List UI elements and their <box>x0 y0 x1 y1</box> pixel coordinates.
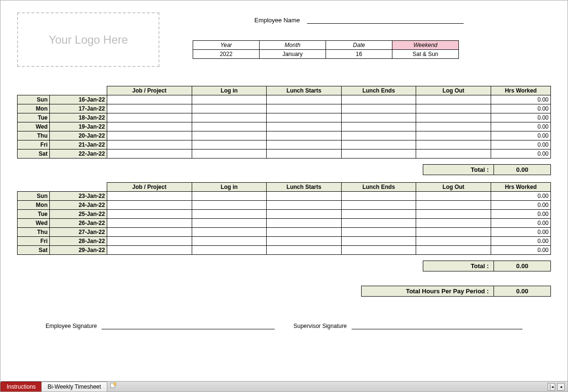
logout-cell[interactable] <box>416 131 491 140</box>
lunch-end-cell[interactable] <box>341 192 416 201</box>
lunch-start-cell[interactable] <box>267 219 342 228</box>
login-cell[interactable] <box>192 246 267 255</box>
table-row: Fri21-Jan-220.00 <box>18 140 551 149</box>
employee-name-line[interactable] <box>307 16 464 24</box>
job-cell[interactable] <box>107 246 192 255</box>
login-cell[interactable] <box>192 140 267 149</box>
login-cell[interactable] <box>192 192 267 201</box>
lunch-end-cell[interactable] <box>341 210 416 219</box>
tab-instructions[interactable]: Instructions <box>0 382 42 392</box>
grand-total: Total Hours Per Pay Period : 0.00 <box>361 286 551 297</box>
lunch-end-cell[interactable] <box>341 149 416 159</box>
employee-signature-label: Employee Signature <box>46 323 97 329</box>
lunch-start-cell[interactable] <box>267 228 342 237</box>
job-cell[interactable] <box>107 149 192 159</box>
job-cell[interactable] <box>107 192 192 201</box>
table-row: Wed26-Jan-220.00 <box>18 219 551 228</box>
meta-value-month[interactable]: January <box>260 50 326 59</box>
employee-signature-line[interactable] <box>102 323 274 329</box>
login-cell[interactable] <box>192 113 267 122</box>
lunch-end-cell[interactable] <box>341 122 416 131</box>
logout-cell[interactable] <box>416 149 491 159</box>
logout-cell[interactable] <box>416 140 491 149</box>
lunch-start-cell[interactable] <box>267 140 342 149</box>
lunch-end-cell[interactable] <box>341 113 416 122</box>
col-login: Log in <box>192 183 267 192</box>
login-cell[interactable] <box>192 237 267 246</box>
meta-value-year[interactable]: 2022 <box>193 50 260 59</box>
logout-cell[interactable] <box>416 113 491 122</box>
login-cell[interactable] <box>192 104 267 113</box>
lunch-end-cell[interactable] <box>341 131 416 140</box>
logout-cell[interactable] <box>416 192 491 201</box>
table-row: Sun16-Jan-220.00 <box>18 95 551 104</box>
lunch-end-cell[interactable] <box>341 237 416 246</box>
scroll-prev-icon[interactable]: ◂ <box>557 383 565 391</box>
logout-cell[interactable] <box>416 95 491 104</box>
scroll-first-icon[interactable]: │◂ <box>548 383 555 391</box>
logout-cell[interactable] <box>416 210 491 219</box>
job-cell[interactable] <box>107 122 192 131</box>
login-cell[interactable] <box>192 131 267 140</box>
lunch-start-cell[interactable] <box>267 192 342 201</box>
logout-cell[interactable] <box>416 228 491 237</box>
login-cell[interactable] <box>192 228 267 237</box>
lunch-end-cell[interactable] <box>341 104 416 113</box>
day-cell: Thu <box>18 131 50 140</box>
meta-value-date[interactable]: 16 <box>326 50 392 59</box>
date-cell: 17-Jan-22 <box>50 104 107 113</box>
lunch-start-cell[interactable] <box>267 246 342 255</box>
job-cell[interactable] <box>107 210 192 219</box>
lunch-start-cell[interactable] <box>267 201 342 210</box>
employee-name-label: Employee Name <box>254 17 300 24</box>
login-cell[interactable] <box>192 201 267 210</box>
login-cell[interactable] <box>192 210 267 219</box>
meta-table: Year Month Date Weekend 2022 January 16 … <box>193 40 459 59</box>
lunch-start-cell[interactable] <box>267 113 342 122</box>
table-row: Sat22-Jan-220.00 <box>18 149 551 159</box>
lunch-start-cell[interactable] <box>267 210 342 219</box>
logout-cell[interactable] <box>416 219 491 228</box>
lunch-start-cell[interactable] <box>267 122 342 131</box>
job-cell[interactable] <box>107 228 192 237</box>
lunch-start-cell[interactable] <box>267 95 342 104</box>
login-cell[interactable] <box>192 122 267 131</box>
lunch-start-cell[interactable] <box>267 131 342 140</box>
supervisor-signature-line[interactable] <box>352 323 522 329</box>
job-cell[interactable] <box>107 140 192 149</box>
lunch-end-cell[interactable] <box>341 140 416 149</box>
lunch-end-cell[interactable] <box>341 228 416 237</box>
day-cell: Tue <box>18 113 50 122</box>
lunch-start-cell[interactable] <box>267 237 342 246</box>
logout-cell[interactable] <box>416 201 491 210</box>
day-cell: Sat <box>18 246 50 255</box>
logout-cell[interactable] <box>416 122 491 131</box>
login-cell[interactable] <box>192 219 267 228</box>
lunch-end-cell[interactable] <box>341 95 416 104</box>
login-cell[interactable] <box>192 149 267 159</box>
tab-biweekly-label: Bi-Weekly Timesheet <box>47 383 101 390</box>
logout-cell[interactable] <box>416 104 491 113</box>
job-cell[interactable] <box>107 104 192 113</box>
logout-cell[interactable] <box>416 237 491 246</box>
lunch-end-cell[interactable] <box>341 246 416 255</box>
meta-value-weekend[interactable]: Sat & Sun <box>392 50 459 59</box>
job-cell[interactable] <box>107 95 192 104</box>
hrs-cell: 0.00 <box>491 104 550 113</box>
new-sheet-icon[interactable] <box>110 382 117 389</box>
tab-biweekly-timesheet[interactable]: Bi-Weekly Timesheet <box>41 382 107 392</box>
week1-total-value: 0.00 <box>494 164 551 175</box>
login-cell[interactable] <box>192 95 267 104</box>
lunch-end-cell[interactable] <box>341 201 416 210</box>
job-cell[interactable] <box>107 113 192 122</box>
job-cell[interactable] <box>107 219 192 228</box>
lunch-end-cell[interactable] <box>341 219 416 228</box>
job-cell[interactable] <box>107 201 192 210</box>
logout-cell[interactable] <box>416 246 491 255</box>
lunch-start-cell[interactable] <box>267 104 342 113</box>
table-row: Sat29-Jan-220.00 <box>18 246 551 255</box>
lunch-start-cell[interactable] <box>267 149 342 159</box>
job-cell[interactable] <box>107 237 192 246</box>
job-cell[interactable] <box>107 131 192 140</box>
meta-header-year: Year <box>193 41 260 50</box>
